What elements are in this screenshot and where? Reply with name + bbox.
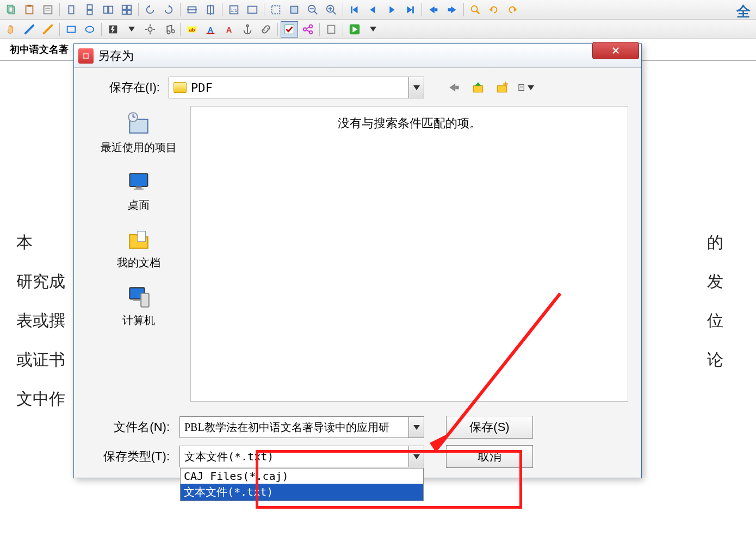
- link-icon[interactable]: [257, 21, 275, 38]
- hand-tool-icon[interactable]: [2, 21, 20, 38]
- svg-rect-96: [138, 231, 146, 241]
- filetype-label: 保存类型(T):: [87, 448, 179, 465]
- svg-marker-78: [449, 83, 455, 91]
- page-book-icon[interactable]: [118, 2, 135, 18]
- svg-rect-8: [87, 4, 92, 9]
- svg-line-48: [26, 25, 34, 33]
- rotate-left-icon[interactable]: [141, 2, 159, 18]
- file-list-pane[interactable]: 没有与搜索条件匹配的项。: [190, 106, 628, 402]
- font-color-icon[interactable]: A: [220, 21, 238, 38]
- rect-icon[interactable]: [63, 21, 80, 38]
- undo-icon[interactable]: [485, 2, 503, 18]
- first-page-icon[interactable]: [346, 2, 363, 18]
- desktop-icon: [123, 168, 154, 195]
- svg-rect-25: [272, 5, 280, 14]
- nav-back-icon[interactable]: [446, 79, 462, 96]
- pen-orange-icon[interactable]: [39, 21, 57, 38]
- rotate-right-icon[interactable]: [160, 2, 177, 18]
- dialog-title: 另存为: [98, 48, 134, 64]
- highlight-icon[interactable]: ab: [183, 21, 201, 38]
- crop-icon[interactable]: [286, 2, 303, 18]
- forward-icon[interactable]: [443, 2, 461, 18]
- music-icon[interactable]: [160, 21, 177, 38]
- svg-line-29: [314, 11, 318, 14]
- back-icon[interactable]: [425, 2, 442, 18]
- fit-page-icon[interactable]: [202, 2, 219, 18]
- pen-blue-icon[interactable]: [21, 21, 38, 38]
- svg-rect-2: [26, 5, 33, 14]
- nav-up-icon[interactable]: [470, 79, 486, 96]
- check-icon[interactable]: [281, 21, 298, 38]
- svg-rect-15: [127, 10, 131, 14]
- svg-rect-71: [328, 25, 335, 33]
- save-in-value: PDF: [191, 81, 213, 95]
- go-dropdown-icon[interactable]: [364, 21, 382, 38]
- zoom-out-icon[interactable]: [304, 2, 321, 18]
- document-tab[interactable]: 初中语文名著: [2, 39, 76, 60]
- close-button[interactable]: [592, 42, 639, 59]
- sidebar-item-label: 最近使用的项目: [101, 141, 177, 154]
- svg-marker-81: [475, 82, 481, 86]
- svg-marker-36: [370, 6, 375, 13]
- doc-text: 表或撰: [16, 301, 65, 340]
- places-sidebar: 最近使用的项目 桌面 我的文档 计算机: [87, 106, 190, 402]
- dropdown-icon[interactable]: [123, 21, 140, 38]
- filename-value: PBL教学法在初中语文名著导读中的应用研: [184, 420, 403, 435]
- svg-rect-9: [87, 10, 92, 14]
- redo-icon[interactable]: [504, 2, 521, 18]
- filetype-combo[interactable]: 文本文件(*.txt) CAJ Files(*.caj) 文本文件(*.txt): [179, 446, 424, 467]
- fit-visible-icon[interactable]: [244, 2, 261, 18]
- bookmark-icon[interactable]: [323, 21, 340, 38]
- last-page-icon[interactable]: [401, 2, 419, 18]
- filetype-option[interactable]: 文本文件(*.txt): [181, 484, 423, 501]
- go-icon[interactable]: [346, 21, 363, 38]
- share-icon[interactable]: [299, 21, 317, 38]
- doc-text: 的: [707, 223, 723, 262]
- cancel-button[interactable]: 取消: [446, 445, 533, 468]
- svg-rect-80: [473, 86, 482, 92]
- svg-rect-41: [435, 8, 438, 11]
- copy-icon[interactable]: [2, 2, 20, 18]
- save-in-combo[interactable]: PDF: [169, 77, 424, 98]
- chevron-down-icon[interactable]: [408, 77, 424, 98]
- actual-size-icon[interactable]: 1:1: [225, 2, 243, 18]
- svg-rect-43: [448, 8, 451, 11]
- new-folder-icon[interactable]: [494, 79, 510, 96]
- svg-marker-16: [148, 4, 150, 8]
- next-page-icon[interactable]: [383, 2, 400, 18]
- zoom-in-icon[interactable]: [323, 2, 340, 18]
- sidebar-desktop[interactable]: 桌面: [101, 168, 177, 211]
- paste-icon[interactable]: [21, 2, 38, 18]
- right-toolbar-label: 全: [736, 2, 751, 21]
- prev-page-icon[interactable]: [364, 2, 382, 18]
- sidebar-documents[interactable]: 我的文档: [101, 226, 177, 269]
- gear-icon[interactable]: [141, 21, 159, 38]
- fit-width-icon[interactable]: [183, 2, 201, 18]
- search-icon[interactable]: [467, 2, 484, 18]
- page-continuous-icon[interactable]: [81, 2, 98, 18]
- marquee-icon[interactable]: [267, 2, 284, 18]
- dialog-titlebar[interactable]: 另存为: [74, 44, 641, 68]
- properties-icon[interactable]: [39, 2, 57, 18]
- computer-icon: [123, 283, 154, 310]
- save-button[interactable]: 保存(S): [446, 416, 533, 439]
- svg-rect-95: [134, 189, 144, 190]
- doc-text: 论: [707, 340, 723, 379]
- chevron-down-icon[interactable]: [408, 417, 424, 438]
- page-single-icon[interactable]: [63, 2, 80, 18]
- sidebar-computer[interactable]: 计算机: [101, 283, 177, 327]
- empty-message: 没有与搜索条件匹配的项。: [196, 115, 622, 132]
- anchor-icon[interactable]: [239, 21, 256, 38]
- font-style-icon[interactable]: A: [202, 21, 219, 38]
- chevron-down-icon[interactable]: [408, 446, 424, 467]
- sidebar-item-label: 计算机: [122, 314, 155, 327]
- filetype-option[interactable]: CAJ Files(*.caj): [181, 468, 423, 484]
- filename-input[interactable]: PBL教学法在初中语文名著导读中的应用研: [179, 416, 424, 438]
- doc-text: 研究成: [16, 262, 65, 301]
- flash-icon[interactable]: [104, 21, 122, 38]
- page-facing-icon[interactable]: [100, 2, 117, 18]
- ellipse-icon[interactable]: [81, 21, 98, 38]
- sidebar-recent[interactable]: 最近使用的项目: [101, 110, 177, 154]
- svg-marker-17: [169, 4, 171, 8]
- view-menu-icon[interactable]: [518, 79, 534, 96]
